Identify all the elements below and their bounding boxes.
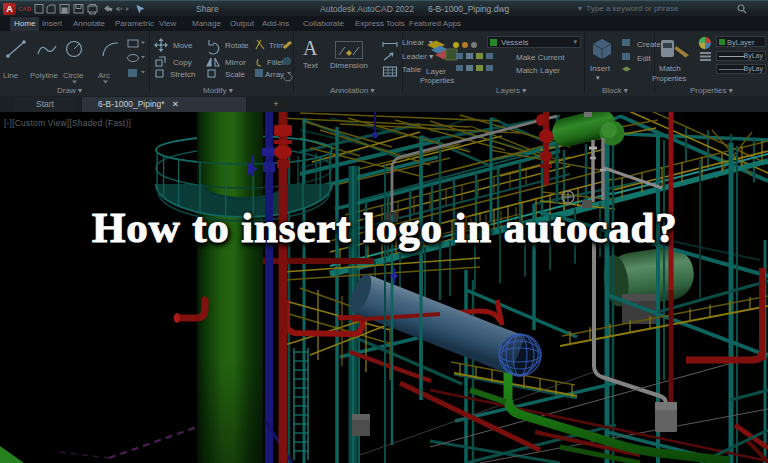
svg-text:Mirror: Mirror bbox=[225, 58, 246, 67]
svg-text:Line: Line bbox=[3, 71, 19, 80]
svg-text:Arc: Arc bbox=[98, 71, 110, 80]
svg-text:Rotate: Rotate bbox=[225, 41, 249, 50]
svg-text:Stretch: Stretch bbox=[170, 70, 195, 79]
svg-text:Scale: Scale bbox=[225, 70, 246, 79]
svg-text:Copy: Copy bbox=[173, 58, 192, 67]
svg-text:Circle: Circle bbox=[63, 71, 84, 80]
svg-text:Polyline: Polyline bbox=[30, 71, 59, 80]
svg-text:Move: Move bbox=[173, 41, 193, 50]
